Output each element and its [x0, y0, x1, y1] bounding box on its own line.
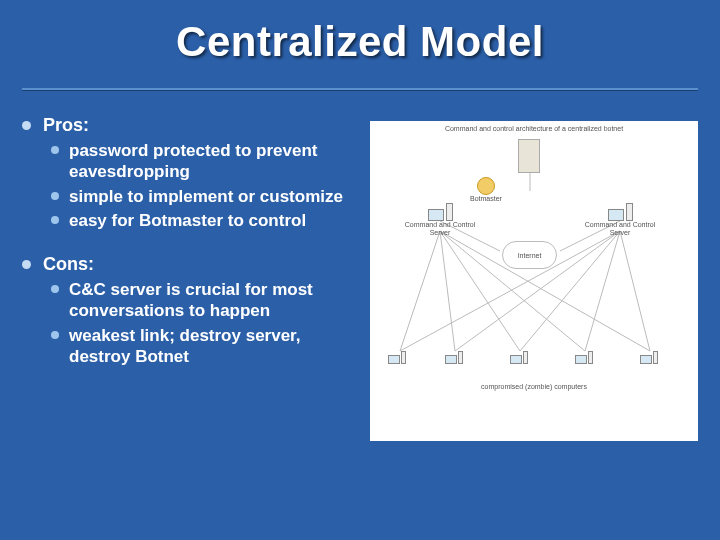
slide-title: Centralized Model [0, 18, 720, 66]
bot-node [445, 351, 463, 364]
pros-label: Pros: [43, 115, 352, 136]
list-item: simple to implement or customize [51, 186, 352, 207]
diagram: Command and control architecture of a ce… [370, 121, 698, 441]
bot-node [640, 351, 658, 364]
bullet-icon [51, 216, 59, 224]
internet-cloud: Internet [502, 241, 557, 269]
svg-line-4 [440, 231, 455, 351]
text-column: Pros: password protected to prevent eave… [22, 115, 352, 441]
cnc-server-right: Command and Control Server [580, 203, 660, 236]
bullet-icon [51, 192, 59, 200]
botmaster-server [518, 139, 540, 173]
diagram-footer: compromised (zombie) computers [370, 383, 698, 391]
bullet-icon [22, 121, 31, 130]
bullet-icon [22, 260, 31, 269]
bullet-icon [51, 285, 59, 293]
title-area: Centralized Model [0, 0, 720, 76]
diagram-header: Command and control architecture of a ce… [370, 125, 698, 133]
cons-label: Cons: [43, 254, 352, 275]
bot-node [510, 351, 528, 364]
svg-line-12 [620, 231, 650, 351]
pros-section: Pros: password protected to prevent eave… [22, 115, 352, 234]
content-row: Pros: password protected to prevent eave… [0, 91, 720, 441]
list-item: password protected to prevent eavesdropp… [51, 140, 352, 183]
bullet-icon [51, 146, 59, 154]
svg-line-11 [585, 231, 620, 351]
bot-node [388, 351, 406, 364]
list-item: weakest link; destroy server, destroy Bo… [51, 325, 352, 368]
cnc-server-left: Command and Control Server [400, 203, 480, 236]
cons-section: Cons: C&C server is crucial for most con… [22, 254, 352, 370]
botmaster-node: Botmaster [470, 177, 502, 203]
bullet-icon [51, 331, 59, 339]
list-item: C&C server is crucial for most conversat… [51, 279, 352, 322]
list-item: easy for Botmaster to control [51, 210, 352, 231]
bot-node [575, 351, 593, 364]
